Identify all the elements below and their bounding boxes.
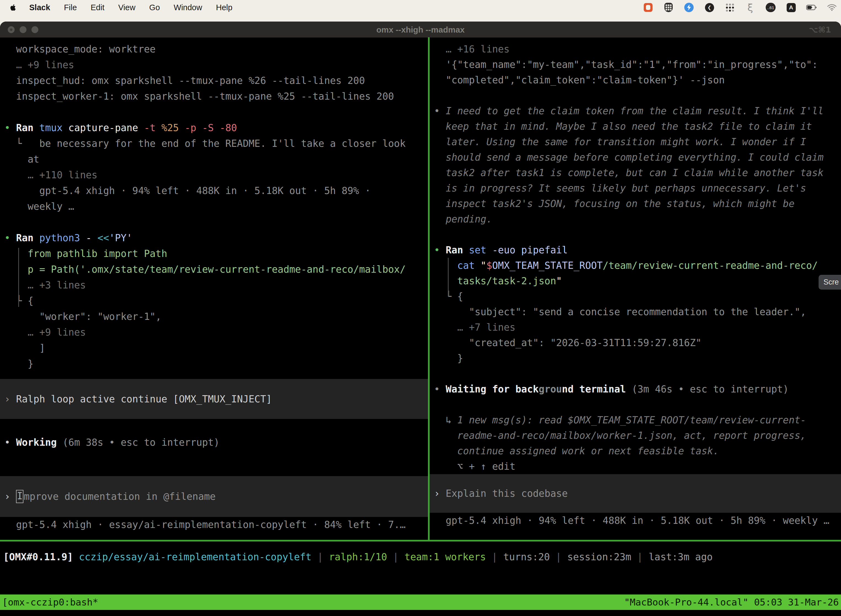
waiting-label: Waiting for back (445, 384, 539, 395)
menu-item-window[interactable]: Window (174, 3, 202, 12)
window-titlebar[interactable]: omx --xhigh --madmax ⌥⌘1 (0, 22, 841, 38)
mailbox-message-line: ↳ 1 new msg(s): read $OMX_TEAM_STATE_ROO… (429, 412, 841, 428)
menu-status-icons: ❮ ξ ..61 A (643, 0, 837, 15)
command-output-line: at (0, 151, 428, 167)
keyboard-layout-icon[interactable]: A (786, 2, 796, 13)
terminal-line (429, 397, 841, 412)
collapsed-lines-indicator: … +9 lines (0, 57, 428, 73)
menu-item-help[interactable]: Help (216, 3, 233, 12)
edit-hint-line: ⌥ + ↑ edit (429, 459, 841, 474)
mailbox-message-line: continue assigned work or next feasible … (429, 443, 841, 459)
squiggle-icon[interactable]: ξ (745, 2, 756, 13)
code-line: p = Path('.omx/state/team/review-current… (0, 262, 428, 277)
prompt-arrow-icon: › (4, 393, 16, 405)
command-output-line: "worker": "worker-1", (0, 309, 428, 324)
mailbox-message-text: 1 new msg(s): read $OMX_TEAM_STATE_ROOT/… (457, 415, 806, 425)
screen: Slack File Edit View Go Window Help ❮ ξ … (0, 0, 841, 616)
waiting-status-line: • Waiting for background terminal (3m 46… (429, 381, 841, 397)
command-output-line: "created_at": "2026-03-31T11:59:27.816Z" (429, 335, 841, 351)
screen-recording-icon[interactable] (643, 2, 653, 13)
command-output-line: ] (0, 340, 428, 356)
thinking-line: is in progress? It seems likely but perh… (429, 180, 841, 196)
command-token: - (86, 232, 97, 243)
path-token: /team/review-current-readme-and-reco/ (603, 260, 818, 271)
collapsed-lines-indicator: … +7 lines (429, 320, 841, 335)
command-output-line: └ be necessary for the end of the README… (0, 136, 428, 151)
terminal-line: inspect_worker-1: omx sparkshell --tmux-… (0, 89, 428, 104)
apple-menu[interactable] (9, 3, 17, 12)
terminal-line (429, 88, 841, 103)
input-placeholder: mprove documentation in @filename (24, 491, 215, 502)
reply-arrow-icon: ↳ (434, 415, 457, 425)
quote-token: " (556, 276, 562, 286)
prompt-input-right[interactable]: › Explain this codebase (429, 474, 841, 513)
session-timer: session:23m (567, 551, 631, 562)
flag-token: -p -S -80 (185, 122, 237, 133)
bolt-circle-icon[interactable] (684, 2, 694, 13)
indent (434, 260, 457, 271)
tmux-pane-left[interactable]: workspace_mode: worktree … +9 lines insp… (0, 37, 428, 540)
terminal-line (429, 366, 841, 381)
battery-icon[interactable] (806, 2, 817, 13)
working-timer: (6m 38s • esc to interrupt) (57, 437, 220, 448)
bullet-icon: • (434, 384, 445, 395)
collapsed-lines-indicator: … +110 lines (0, 167, 428, 183)
ralph-loop-text: Ralph loop active continue [OMX_TMUX_INJ… (16, 393, 272, 405)
model-status-line: gpt-5.4 xhigh · 94% left · 488K in · 5.1… (429, 513, 841, 528)
tmux-status-bar: [omx-cczip0:bash* "MacBook-Pro-44.local"… (0, 594, 841, 610)
menu-bar: Slack File Edit View Go Window Help ❮ ξ … (0, 0, 841, 15)
ran-label: Ran (445, 245, 469, 255)
dots-grid-icon[interactable] (725, 2, 735, 13)
bullet-icon: • (434, 106, 445, 116)
menu-item-view[interactable]: View (119, 3, 135, 12)
ralph-counter: ralph:1/10 (329, 551, 387, 562)
menu-item-file[interactable]: File (64, 3, 77, 12)
thinking-line: pending. (429, 211, 841, 227)
apple-icon (9, 3, 17, 12)
thinking-line: inspect task2's JSON, focusing on the st… (429, 196, 841, 211)
command-token: capture-pane (69, 122, 144, 133)
thinking-line: task2 after task1 is complete, but can I… (429, 165, 841, 180)
ran-label: Ran (16, 122, 39, 133)
moon-chevron-icon[interactable]: ❮ (704, 2, 715, 13)
collapsed-lines-indicator: … +9 lines (0, 324, 428, 340)
model-status-line: gpt-5.4 xhigh · essay/ai-reimplementatio… (0, 517, 428, 532)
flag-token: -t (144, 122, 161, 133)
bullet-icon: • (4, 232, 16, 243)
quote-token: " (481, 260, 486, 271)
command-output-line: "subject": "send a concise recommendatio… (429, 304, 841, 320)
menu-item-go[interactable]: Go (149, 3, 160, 12)
command-output-line: weekly … (0, 199, 428, 214)
bullet-icon: • (434, 245, 445, 255)
input-placeholder: Explain this codebase (445, 488, 568, 499)
collapsed-lines-indicator: … +16 lines (429, 41, 841, 57)
command-output-line: } (429, 351, 841, 366)
menu-item-edit[interactable]: Edit (91, 3, 105, 12)
separator: | (387, 551, 404, 562)
terminal-line (0, 104, 428, 120)
terminal-window: omx --xhigh --madmax ⌥⌘1 workspace_mode:… (0, 22, 841, 616)
code-line: from pathlib import Path (0, 246, 428, 262)
terminal-line (0, 214, 428, 230)
separator: | (312, 551, 329, 562)
working-label: Working (16, 437, 57, 448)
waiting-timer: (3m 46s • esc to interrupt) (626, 384, 788, 395)
command-output-line: "completed","claim_token":"claim-token"}… (429, 72, 841, 88)
wifi-icon[interactable] (827, 2, 837, 13)
tmux-host-clock: "MacBook-Pro-44.local" 05:03 31-Mar-26 (624, 597, 839, 608)
text-cursor: I (16, 490, 23, 503)
battery-badge-icon[interactable]: ..61 (765, 2, 776, 13)
thinking-line: later. Using the same for transition mig… (429, 134, 841, 150)
code-block-gutter (18, 248, 19, 307)
prompt-input-left[interactable]: › Improve documentation in @filename (0, 476, 428, 517)
command-token: python3 (39, 232, 86, 243)
tooltip-popup: Scre (819, 275, 841, 289)
team-workers-counter: team:1 workers (404, 551, 486, 562)
terminal-line (429, 227, 841, 242)
menu-app-name[interactable]: Slack (29, 3, 50, 12)
shield-grid-icon[interactable] (663, 2, 674, 13)
repo-name: cczip/essay/ai-reimplementation-copyleft (79, 551, 312, 562)
tmux-pane-right[interactable]: … +16 lines '{"team_name":"my-team","tas… (429, 37, 841, 540)
tmux-session-window[interactable]: [omx-cczip0:bash* (2, 597, 98, 608)
command-line: • Ran tmux capture-pane -t %25 -p -S -80 (0, 120, 428, 136)
